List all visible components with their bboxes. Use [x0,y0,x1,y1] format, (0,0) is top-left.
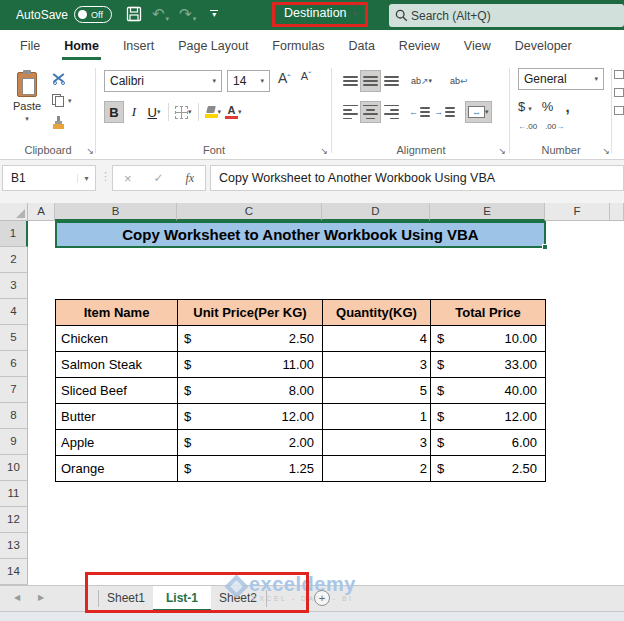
table-header-cell[interactable]: Quantity(KG) [323,300,431,326]
increase-decimal-button[interactable]: ←.00 [518,122,537,131]
bold-button[interactable]: B [104,101,124,123]
row-header-3[interactable]: 3 [0,273,28,299]
font-color-button[interactable]: A ▾ [223,101,244,123]
italic-button[interactable]: I [124,101,144,123]
quantity-cell[interactable]: 5 [323,378,431,404]
merge-center-button[interactable]: ↔ ▾ [465,101,492,123]
tab-file[interactable]: File [8,30,52,62]
item-cell[interactable]: Butter [56,404,178,430]
row-header-4[interactable]: 4 [0,299,28,325]
unit-price-cell[interactable]: $2.50 [178,326,323,352]
format-as-table-icon[interactable] [614,88,624,97]
item-cell[interactable]: Salmon Steak [56,352,178,378]
total-price-cell[interactable]: $6.00 [431,430,546,456]
column-header-partial[interactable] [610,203,624,221]
total-price-cell[interactable]: $40.00 [431,378,546,404]
percent-style-button[interactable]: % [542,99,554,114]
row-header-7[interactable]: 7 [0,377,28,403]
tab-insert[interactable]: Insert [111,30,166,62]
formula-input[interactable]: Copy Worksheet to Another Workbook Using… [210,165,624,191]
accounting-format-button[interactable]: $ ▾ [518,99,532,114]
row-header-14[interactable]: 14 [0,559,28,585]
enter-icon[interactable]: ✓ [153,171,163,185]
format-painter-icon[interactable] [52,116,65,130]
row-header-11[interactable]: 11 [0,481,28,507]
column-header-d[interactable]: D [322,203,430,221]
bottom-align-button[interactable] [381,70,401,92]
increase-indent-button[interactable]: → [432,101,457,123]
font-name-select[interactable]: Calibri ▾ [104,70,222,92]
undo-button[interactable]: ↶ ▾ [152,5,169,23]
sheet-tab-sheet1[interactable]: Sheet1 [99,586,153,611]
select-all-button[interactable] [0,203,28,221]
redo-button[interactable]: ↷ ▾ [179,5,196,23]
sheet-tab-sheet2[interactable]: Sheet2 [211,586,265,611]
workbook-title-button[interactable]: Destination ▾ [284,6,357,20]
save-button[interactable] [126,6,142,22]
shrink-font-button[interactable]: Aˇ [301,70,312,82]
autosave-toggle[interactable]: Off [74,6,112,23]
align-right-button[interactable] [381,101,401,123]
table-header-cell[interactable]: Total Price [431,300,546,326]
cut-icon[interactable] [52,72,66,85]
name-box-chevron-icon[interactable]: ▾ [77,174,95,183]
tab-data[interactable]: Data [336,30,386,62]
unit-price-cell[interactable]: $12.00 [178,404,323,430]
row-header-6[interactable]: 6 [0,351,28,377]
total-price-cell[interactable]: $12.00 [431,404,546,430]
quantity-cell[interactable]: 3 [323,430,431,456]
tab-developer[interactable]: Developer [503,30,584,62]
borders-button[interactable]: ▾ [173,101,194,123]
tab-page-layout[interactable]: Page Layout [166,30,260,62]
fill-color-button[interactable]: ▾ [203,101,224,123]
font-dialog-launcher-icon[interactable]: ↘ [320,146,328,156]
item-cell[interactable]: Sliced Beef [56,378,178,404]
underline-button[interactable]: U ▾ [144,101,164,123]
quantity-cell[interactable]: 4 [323,326,431,352]
conditional-formatting-icon[interactable] [614,70,624,79]
middle-align-button[interactable] [360,70,381,92]
align-center-button[interactable] [360,101,381,123]
quantity-cell[interactable]: 2 [323,456,431,482]
cancel-icon[interactable]: × [124,171,132,186]
decrease-decimal-button[interactable]: .00→ [545,122,564,131]
item-cell[interactable]: Orange [56,456,178,482]
row-header-2[interactable]: 2 [0,247,28,273]
total-price-cell[interactable]: $33.00 [431,352,546,378]
column-header-e[interactable]: E [430,203,545,221]
total-price-cell[interactable]: $2.50 [431,456,546,482]
total-price-cell[interactable]: $10.00 [431,326,546,352]
next-sheet-icon[interactable]: ▶ [38,593,44,602]
unit-price-cell[interactable]: $11.00 [178,352,323,378]
search-box[interactable]: Search (Alt+Q) [389,4,624,27]
row-header-10[interactable]: 10 [0,455,28,481]
row-header-5[interactable]: 5 [0,325,28,351]
row-header-8[interactable]: 8 [0,403,28,429]
prev-sheet-icon[interactable]: ◀ [14,593,20,602]
selected-cell-b1[interactable]: Copy Worksheet to Another Workbook Using… [55,221,546,248]
sheet-tab-list1[interactable]: List-1 [153,586,211,611]
table-header-cell[interactable]: Unit Price(Per KG) [178,300,323,326]
grow-font-button[interactable]: Aˆ [278,70,291,86]
row-header-12[interactable]: 12 [0,507,28,533]
column-header-a[interactable]: A [28,203,55,221]
unit-price-cell[interactable]: $2.00 [178,430,323,456]
item-cell[interactable]: Apple [56,430,178,456]
fill-handle[interactable] [542,244,548,250]
item-cell[interactable]: Chicken [56,326,178,352]
alignment-dialog-launcher-icon[interactable]: ↘ [498,146,506,156]
number-dialog-launcher-icon[interactable]: ↘ [602,146,610,156]
insert-function-icon[interactable]: fx [185,171,194,186]
number-format-select[interactable]: General ▾ [518,68,604,90]
column-header-c[interactable]: C [177,203,322,221]
table-header-cell[interactable]: Item Name [56,300,178,326]
tab-home[interactable]: Home [52,30,111,62]
quantity-cell[interactable]: 1 [323,404,431,430]
cell-styles-icon[interactable] [614,106,624,115]
tab-formulas[interactable]: Formulas [260,30,336,62]
decrease-indent-button[interactable]: ← [407,101,432,123]
top-align-button[interactable] [340,70,360,92]
copy-button[interactable]: ▾ [52,94,72,107]
font-size-select[interactable]: 14 ▾ [227,70,270,92]
orientation-button[interactable]: ab ↗ ▾ [409,70,434,92]
